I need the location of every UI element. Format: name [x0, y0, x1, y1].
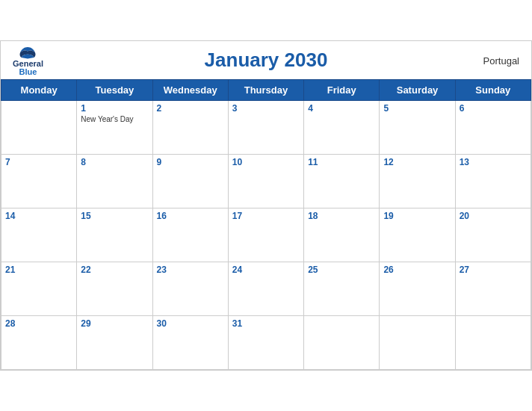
day-cell — [1, 101, 77, 155]
day-cell: 14 — [1, 208, 77, 262]
day-cell — [304, 316, 380, 370]
day-number: 14 — [5, 211, 72, 221]
day-cell: 16 — [152, 208, 228, 262]
day-cell: 9 — [152, 155, 228, 208]
day-number: 10 — [232, 157, 300, 167]
day-cell: 21 — [1, 262, 77, 316]
day-number: 17 — [232, 211, 300, 221]
calendar-body: 1New Year's Day2345678910111213141516171… — [1, 101, 531, 370]
day-number: 24 — [232, 265, 300, 275]
day-cell: 27 — [455, 262, 531, 316]
day-cell: 26 — [380, 262, 455, 316]
weekday-header-row: Monday Tuesday Wednesday Thursday Friday… — [1, 80, 531, 101]
day-number: 18 — [308, 211, 375, 221]
day-number: 28 — [5, 318, 72, 329]
col-wednesday: Wednesday — [152, 80, 228, 101]
day-number: 29 — [81, 318, 148, 329]
col-monday: Monday — [1, 80, 77, 101]
calendar-table: Monday Tuesday Wednesday Thursday Friday… — [1, 79, 531, 370]
week-row-4: 21222324252627 — [1, 262, 531, 316]
country-label: Portugal — [483, 55, 519, 66]
day-cell: 1New Year's Day — [77, 101, 152, 155]
day-cell: 2 — [152, 101, 228, 155]
col-saturday: Saturday — [380, 80, 455, 101]
day-cell: 3 — [228, 101, 303, 155]
day-cell: 12 — [380, 155, 455, 208]
day-number: 26 — [383, 265, 451, 275]
day-number: 31 — [232, 318, 300, 329]
day-number: 15 — [81, 211, 148, 221]
day-cell: 19 — [380, 208, 455, 262]
day-cell: 17 — [228, 208, 303, 262]
day-cell: 5 — [380, 101, 455, 155]
day-number: 13 — [460, 157, 527, 167]
day-number: 20 — [460, 211, 527, 221]
day-number: 9 — [157, 157, 224, 167]
day-cell: 18 — [304, 208, 380, 262]
day-number: 22 — [81, 265, 148, 275]
day-number: 16 — [157, 211, 224, 221]
day-cell: 7 — [1, 155, 77, 208]
day-cell: 28 — [1, 316, 77, 370]
day-number: 30 — [157, 318, 224, 329]
day-cell: 31 — [228, 316, 303, 370]
day-cell: 11 — [304, 155, 380, 208]
day-number: 2 — [157, 103, 224, 114]
day-number: 7 — [5, 157, 72, 167]
holiday-label: New Year's Day — [81, 115, 148, 123]
col-friday: Friday — [304, 80, 380, 101]
logo-bird-icon — [17, 45, 38, 60]
day-cell: 20 — [455, 208, 531, 262]
day-number: 21 — [5, 265, 72, 275]
day-number: 12 — [383, 157, 451, 167]
day-number: 25 — [308, 265, 375, 275]
day-cell: 22 — [77, 262, 152, 316]
day-number: 11 — [308, 157, 375, 167]
calendar-container: General Blue January 2030 Portugal Monda… — [0, 40, 532, 371]
day-number: 8 — [81, 157, 148, 167]
logo-area: General Blue — [13, 45, 43, 76]
col-tuesday: Tuesday — [77, 80, 152, 101]
day-cell: 15 — [77, 208, 152, 262]
week-row-3: 14151617181920 — [1, 208, 531, 262]
day-cell: 25 — [304, 262, 380, 316]
col-thursday: Thursday — [228, 80, 303, 101]
calendar-title: January 2030 — [205, 49, 328, 72]
day-cell: 13 — [455, 155, 531, 208]
week-row-2: 78910111213 — [1, 155, 531, 208]
calendar-header: General Blue January 2030 Portugal — [1, 41, 531, 79]
day-cell: 6 — [455, 101, 531, 155]
day-number: 5 — [383, 103, 451, 114]
day-cell: 24 — [228, 262, 303, 316]
day-cell — [455, 316, 531, 370]
col-sunday: Sunday — [455, 80, 531, 101]
week-row-1: 1New Year's Day23456 — [1, 101, 531, 155]
day-cell: 10 — [228, 155, 303, 208]
day-cell — [380, 316, 455, 370]
day-cell: 4 — [304, 101, 380, 155]
day-number: 3 — [232, 103, 300, 114]
day-number: 6 — [460, 103, 527, 114]
day-number: 23 — [157, 265, 224, 275]
day-number: 1 — [81, 103, 148, 114]
day-number: 19 — [383, 211, 451, 221]
day-cell: 30 — [152, 316, 228, 370]
day-number: 4 — [308, 103, 375, 114]
day-cell: 29 — [77, 316, 152, 370]
day-cell: 8 — [77, 155, 152, 208]
day-cell: 23 — [152, 262, 228, 316]
logo-blue-text: Blue — [19, 68, 37, 76]
week-row-5: 28293031 — [1, 316, 531, 370]
day-number: 27 — [460, 265, 527, 275]
